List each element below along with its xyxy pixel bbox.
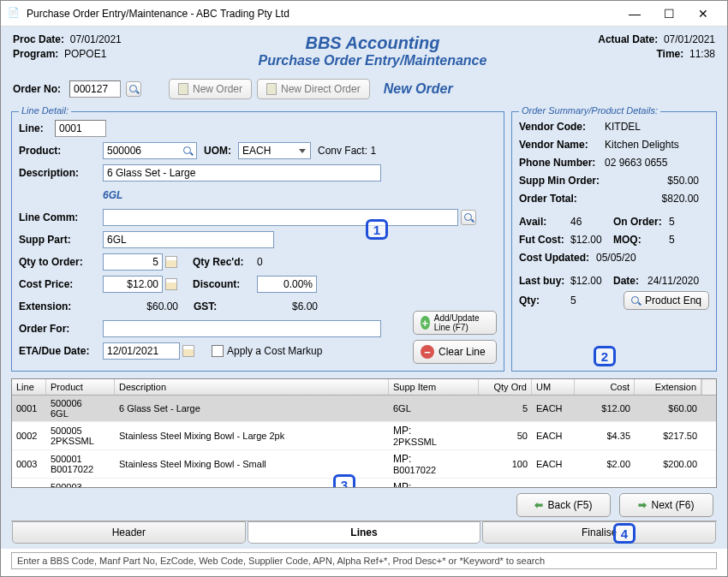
col-um[interactable]: UM — [532, 379, 575, 395]
gst-value: $6.00 — [258, 300, 318, 312]
maximize-button[interactable]: ☐ — [652, 2, 686, 26]
close-button[interactable]: ✕ — [686, 2, 720, 26]
grid-header: Line Product Description Supp Item Qty O… — [12, 379, 716, 396]
onorder: 5 — [669, 216, 675, 228]
product-input[interactable]: 500006 — [103, 142, 197, 159]
product-label: Product: — [19, 145, 103, 157]
tab-header[interactable]: Header — [12, 521, 246, 544]
ext-value: $60.00 — [103, 300, 178, 312]
tab-finalise[interactable]: Finalise — [482, 521, 716, 544]
col-qty[interactable]: Qty Ord — [479, 379, 532, 395]
titlebar: 📄 Purchase Order Entry/Maintenance - ABC… — [1, 1, 727, 27]
line-comm-lookup[interactable] — [461, 210, 476, 225]
last-label: Last buy: — [519, 275, 570, 287]
time: 11:38 — [689, 48, 715, 60]
orderfor-input[interactable] — [103, 320, 381, 337]
app-subtitle: Purchase Order Entry/Maintenance — [201, 53, 544, 68]
ext-label: Extension: — [19, 300, 103, 312]
new-order-button[interactable]: New Order — [169, 79, 252, 99]
nav-row: ⬅Back (F5) ➡Next (F6) — [11, 488, 717, 520]
col-desc[interactable]: Description — [115, 379, 389, 395]
status-bar: Enter a BBS Code, Manf Part No, EzCode, … — [11, 552, 717, 569]
fut-label: Fut Cost: — [519, 234, 570, 246]
table-row[interactable]: 0003500001B0017022Stainless Steel Mixing… — [12, 450, 716, 479]
line-detail-group: Line Detail: Line: 0001 Product: 500006 … — [11, 111, 504, 372]
grid-body[interactable]: 3 00015000066GL6 Glass Set - Large6GL5EA… — [12, 396, 716, 487]
avail-label: Avail: — [519, 216, 570, 228]
total-label: Order Total: — [519, 193, 605, 205]
table-row[interactable]: 0004500003B0017024Stainless Steel Mixing… — [12, 479, 716, 487]
product-enq-button[interactable]: Product Enq — [624, 291, 709, 310]
cost-picker-icon[interactable] — [165, 278, 177, 290]
table-row[interactable]: 00025000052PKSSMLStainless Steel Mixing … — [12, 422, 716, 450]
next-button[interactable]: ➡Next (F6) — [619, 493, 713, 517]
avail: 46 — [570, 216, 613, 228]
markup-checkbox[interactable] — [212, 345, 224, 357]
main-window: 📄 Purchase Order Entry/Maintenance - ABC… — [0, 0, 728, 577]
col-ext[interactable]: Extension — [635, 379, 701, 395]
disc-input[interactable]: 0.00% — [257, 276, 317, 293]
q-label: Qty: — [519, 294, 570, 306]
tab-lines[interactable]: Lines — [248, 521, 481, 544]
costupd-label: Cost Updated: — [519, 252, 596, 264]
moq-label: MOQ: — [613, 234, 669, 246]
uom-label: UOM: — [204, 145, 238, 157]
header: Proc Date: 07/01/2021 Program: POPOE1 BB… — [1, 27, 727, 75]
disc-label: Discount: — [193, 278, 257, 290]
eta-input[interactable]: 12/01/2021 — [103, 342, 180, 360]
uom-select[interactable]: EACH — [238, 142, 311, 159]
qty-label: Qty to Order: — [19, 256, 103, 268]
desc-input[interactable]: 6 Glass Set - Large — [103, 164, 381, 181]
date: 24/11/2020 — [647, 275, 699, 287]
plus-icon: + — [421, 316, 430, 330]
cost-label: Cost Price: — [19, 278, 103, 290]
col-cost[interactable]: Cost — [575, 379, 635, 395]
col-product[interactable]: Product — [46, 379, 115, 395]
minus-icon: − — [421, 345, 434, 359]
minimize-button[interactable]: ― — [618, 2, 652, 26]
markup-label: Apply a Cost Markup — [227, 345, 322, 357]
arrow-left-icon: ⬅ — [534, 499, 543, 511]
clear-line-button[interactable]: −Clear Line — [413, 340, 497, 364]
order-no-input[interactable]: 000127 — [69, 80, 121, 98]
last: $12.00 — [570, 275, 613, 287]
phone-label: Phone Number: — [519, 157, 605, 169]
add-update-line-button[interactable]: +Add/Update Line (F7) — [413, 311, 497, 335]
qty-rec-value: 0 — [257, 256, 263, 268]
line-comm-input[interactable] — [103, 209, 458, 226]
col-line[interactable]: Line — [12, 379, 46, 395]
order-no-label: Order No: — [13, 83, 61, 95]
annotation-1: 1 — [366, 219, 388, 240]
vendor-code: KITDEL — [605, 121, 641, 133]
scrollbar[interactable] — [701, 379, 716, 395]
tabs: Header Lines Finalise 4 — [11, 520, 717, 544]
fut: $12.00 — [570, 234, 613, 246]
col-supp[interactable]: Supp Item — [389, 379, 479, 395]
cost-input[interactable]: $12.00 — [103, 276, 163, 293]
calendar-icon[interactable] — [182, 345, 194, 357]
min-value: $50.00 — [605, 175, 699, 187]
new-direct-order-button[interactable]: New Direct Order — [257, 79, 370, 99]
order-lookup-button[interactable] — [126, 81, 141, 97]
vendor-name-label: Vendor Name: — [519, 139, 605, 151]
qty-input[interactable]: 5 — [103, 253, 163, 271]
search-icon[interactable] — [183, 146, 193, 156]
line-label: Line: — [19, 122, 55, 134]
program-label: Program: — [13, 48, 58, 60]
back-button[interactable]: ⬅Back (F5) — [516, 493, 611, 517]
date-label: Date: — [613, 275, 647, 287]
table-row[interactable]: 00015000066GL6 Glass Set - Large6GL5EACH… — [12, 396, 716, 422]
conv-label: Conv Fact: — [318, 145, 367, 157]
qty-picker-icon[interactable] — [165, 256, 177, 268]
vendor-code-label: Vendor Code: — [519, 121, 605, 133]
line-field: 0001 — [55, 120, 106, 137]
actual-date: 07/01/2021 — [664, 33, 715, 45]
program: POPOE1 — [64, 48, 106, 60]
document-icon — [178, 83, 188, 95]
qty-rec-label: Qty Rec'd: — [193, 256, 257, 268]
onorder-label: On Order: — [613, 216, 669, 228]
total-value: $820.00 — [605, 193, 699, 205]
costupd: 05/05/20 — [596, 252, 636, 264]
supp-part-input[interactable]: 6GL — [103, 231, 274, 248]
line-detail-legend: Line Detail: — [19, 106, 71, 116]
